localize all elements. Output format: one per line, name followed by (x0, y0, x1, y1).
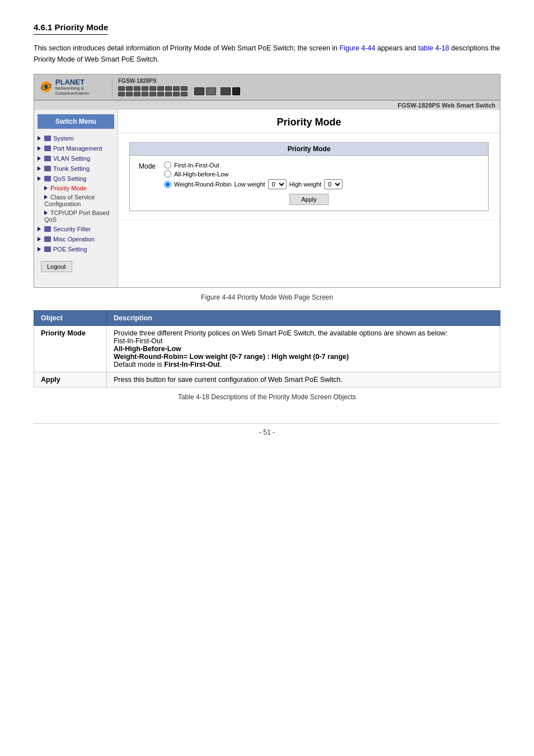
radio-wrr[interactable]: Weight-Round-Robin Low weight 0123 4567 … (164, 179, 343, 189)
sidebar-item-port-management[interactable]: Port Management (34, 143, 118, 153)
radio-fifo[interactable]: First-In-First-Out (164, 161, 343, 169)
desc-priority-mode: Provide three different Priority polices… (107, 326, 500, 372)
intro-text: This section introduces detail informati… (34, 43, 500, 65)
sidebar-item-qos-setting[interactable]: QoS Setting (34, 174, 118, 184)
sidebar-item-trunk-setting[interactable]: Trunk Setting (34, 164, 118, 174)
system-icon (44, 136, 51, 141)
vlan-icon (44, 156, 51, 161)
table-row: Priority Mode Provide three different Pr… (34, 326, 500, 372)
security-filter-icon (44, 226, 51, 232)
logout-button[interactable]: Logout (41, 261, 72, 272)
sidebar-sub-priority-mode[interactable]: Priority Mode (34, 184, 118, 193)
sidebar-item-system[interactable]: System (34, 133, 118, 143)
sidebar-sub-tcp-udp-qos[interactable]: TCP/UDP Port Based QoS (34, 208, 118, 224)
svg-point-2 (44, 85, 48, 88)
object-apply: Apply (34, 372, 107, 388)
description-table: Object Description Priority Mode Provide… (34, 310, 500, 388)
switch-menu-button[interactable]: Switch Menu (38, 114, 114, 129)
col-header-object: Object (34, 311, 107, 326)
section-title: 4.6.1 Priority Mode (34, 22, 108, 35)
poe-icon (44, 246, 51, 252)
planet-logo: PLANET Networking & Communication (40, 78, 113, 96)
model-label: FGSW-1828PS (118, 78, 240, 84)
page-number: - 51 - (34, 423, 500, 436)
port-management-icon (44, 146, 51, 151)
device-image-area: FGSW-1828PS (118, 78, 494, 96)
high-weight-label: High weight (289, 181, 321, 188)
sidebar-item-misc-operation[interactable]: Misc Operation (34, 234, 118, 244)
figure-ref-link[interactable]: Figure 4-44 (340, 44, 376, 52)
device-header: PLANET Networking & Communication FGSW-1… (34, 74, 500, 100)
sidebar: Switch Menu System Port Management VLAN … (34, 110, 118, 287)
table-row: Apply Press this button for save current… (34, 372, 500, 388)
sidebar-sub-cos-config[interactable]: Class of Service Configuration (34, 193, 118, 208)
apply-button[interactable]: Apply (289, 194, 329, 205)
col-header-description: Description (107, 311, 500, 326)
sidebar-item-poe-setting[interactable]: POE Setting (34, 244, 118, 254)
table-caption: Table 4-18 Descriptions of the Priority … (34, 393, 500, 401)
priority-form: Priority Mode Mode First-In-First-Out Al… (129, 142, 489, 211)
web-smart-label: FGSW-1828PS Web Smart Switch (34, 100, 500, 110)
mode-label: Mode (139, 161, 158, 170)
priority-form-header: Priority Mode (130, 143, 488, 156)
sidebar-item-vlan-setting[interactable]: VLAN Setting (34, 153, 118, 164)
page-title: Priority Mode (118, 110, 500, 133)
table-ref-link[interactable]: table 4-18 (418, 44, 449, 52)
right-panel: Priority Mode Priority Mode Mode First-I… (118, 110, 500, 287)
qos-icon (44, 176, 51, 181)
trunk-icon (44, 166, 51, 171)
desc-apply: Press this button for save current confi… (107, 372, 500, 388)
low-weight-select[interactable]: 0123 4567 (268, 179, 287, 189)
object-priority-mode: Priority Mode (34, 326, 107, 372)
misc-operation-icon (44, 236, 51, 242)
high-weight-select[interactable]: 0123 4567 (324, 179, 343, 189)
radio-ahbl[interactable]: All-High-before-Low (164, 170, 343, 178)
figure-caption: Figure 4-44 Priority Mode Web Page Scree… (34, 293, 500, 301)
sidebar-item-security-filter[interactable]: Security Filter (34, 224, 118, 234)
low-weight-label: Low weight (235, 181, 265, 188)
screenshot-box: PLANET Networking & Communication FGSW-1… (34, 74, 500, 288)
